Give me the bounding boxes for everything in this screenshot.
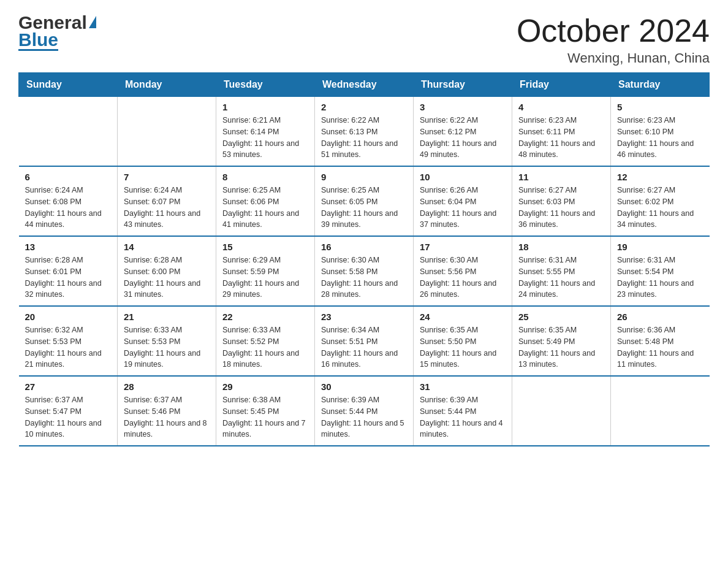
calendar-cell: 31Sunrise: 6:39 AMSunset: 5:44 PMDayligh…: [414, 376, 512, 446]
header-monday: Monday: [118, 73, 216, 97]
calendar-cell: 12Sunrise: 6:27 AMSunset: 6:02 PMDayligh…: [611, 166, 710, 236]
day-number: 21: [124, 312, 210, 322]
day-info: Sunrise: 6:36 AMSunset: 5:48 PMDaylight:…: [617, 324, 703, 370]
day-info: Sunrise: 6:23 AMSunset: 6:10 PMDaylight:…: [617, 115, 703, 161]
day-number: 19: [617, 242, 703, 252]
day-number: 13: [25, 242, 112, 252]
day-info: Sunrise: 6:24 AMSunset: 6:08 PMDaylight:…: [25, 185, 112, 231]
day-number: 16: [321, 242, 407, 252]
day-number: 18: [518, 242, 604, 252]
calendar-cell: 5Sunrise: 6:23 AMSunset: 6:10 PMDaylight…: [611, 97, 710, 167]
calendar-week-2: 6Sunrise: 6:24 AMSunset: 6:08 PMDaylight…: [19, 166, 710, 236]
calendar-cell: 30Sunrise: 6:39 AMSunset: 5:44 PMDayligh…: [315, 376, 414, 446]
calendar-cell: 19Sunrise: 6:31 AMSunset: 5:54 PMDayligh…: [611, 236, 710, 306]
calendar-cell: 10Sunrise: 6:26 AMSunset: 6:04 PMDayligh…: [414, 166, 512, 236]
calendar-cell: 9Sunrise: 6:25 AMSunset: 6:05 PMDaylight…: [315, 166, 414, 236]
title-section: October 2024 Wenxing, Hunan, China: [517, 12, 710, 66]
logo: General Blue: [18, 12, 96, 51]
calendar-cell: 26Sunrise: 6:36 AMSunset: 5:48 PMDayligh…: [611, 306, 710, 376]
day-number: 3: [420, 102, 506, 112]
day-number: 2: [321, 102, 407, 112]
day-info: Sunrise: 6:37 AMSunset: 5:47 PMDaylight:…: [25, 394, 112, 440]
day-number: 1: [222, 102, 308, 112]
day-number: 12: [617, 172, 703, 182]
calendar-cell: 4Sunrise: 6:23 AMSunset: 6:11 PMDaylight…: [512, 97, 611, 167]
day-info: Sunrise: 6:37 AMSunset: 5:46 PMDaylight:…: [124, 394, 210, 440]
header-saturday: Saturday: [611, 73, 710, 97]
location-title: Wenxing, Hunan, China: [517, 50, 710, 66]
calendar-cell: 29Sunrise: 6:38 AMSunset: 5:45 PMDayligh…: [216, 376, 315, 446]
day-info: Sunrise: 6:38 AMSunset: 5:45 PMDaylight:…: [222, 394, 308, 440]
calendar-cell: 18Sunrise: 6:31 AMSunset: 5:55 PMDayligh…: [512, 236, 611, 306]
header-wednesday: Wednesday: [315, 73, 414, 97]
day-info: Sunrise: 6:22 AMSunset: 6:13 PMDaylight:…: [321, 115, 407, 161]
header-tuesday: Tuesday: [216, 73, 315, 97]
day-info: Sunrise: 6:32 AMSunset: 5:53 PMDaylight:…: [25, 324, 112, 370]
day-number: 30: [321, 381, 407, 392]
day-number: 31: [420, 381, 506, 392]
calendar-cell: [118, 97, 216, 167]
header-friday: Friday: [512, 73, 611, 97]
day-info: Sunrise: 6:34 AMSunset: 5:51 PMDaylight:…: [321, 324, 407, 370]
logo-arrow-icon: [89, 16, 96, 28]
day-number: 20: [25, 312, 112, 322]
calendar-cell: 28Sunrise: 6:37 AMSunset: 5:46 PMDayligh…: [118, 376, 216, 446]
day-number: 9: [321, 172, 407, 182]
calendar-cell: 25Sunrise: 6:35 AMSunset: 5:49 PMDayligh…: [512, 306, 611, 376]
day-number: 23: [321, 312, 407, 322]
day-info: Sunrise: 6:29 AMSunset: 5:59 PMDaylight:…: [222, 255, 308, 301]
calendar-cell: [512, 376, 611, 446]
day-info: Sunrise: 6:33 AMSunset: 5:52 PMDaylight:…: [222, 324, 308, 370]
day-info: Sunrise: 6:31 AMSunset: 5:54 PMDaylight:…: [617, 255, 703, 301]
day-number: 24: [420, 312, 506, 322]
day-info: Sunrise: 6:23 AMSunset: 6:11 PMDaylight:…: [518, 115, 604, 161]
calendar-week-1: 1Sunrise: 6:21 AMSunset: 6:14 PMDaylight…: [19, 97, 710, 167]
day-info: Sunrise: 6:35 AMSunset: 5:49 PMDaylight:…: [518, 324, 604, 370]
day-number: 10: [420, 172, 506, 182]
day-number: 25: [518, 312, 604, 322]
day-info: Sunrise: 6:27 AMSunset: 6:02 PMDaylight:…: [617, 185, 703, 231]
day-number: 8: [222, 172, 308, 182]
day-info: Sunrise: 6:28 AMSunset: 6:00 PMDaylight:…: [124, 255, 210, 301]
day-number: 22: [222, 312, 308, 322]
calendar-cell: 16Sunrise: 6:30 AMSunset: 5:58 PMDayligh…: [315, 236, 414, 306]
calendar-cell: 8Sunrise: 6:25 AMSunset: 6:06 PMDaylight…: [216, 166, 315, 236]
header-thursday: Thursday: [414, 73, 512, 97]
calendar-cell: 11Sunrise: 6:27 AMSunset: 6:03 PMDayligh…: [512, 166, 611, 236]
header-sunday: Sunday: [19, 73, 118, 97]
day-number: 17: [420, 242, 506, 252]
calendar-cell: 22Sunrise: 6:33 AMSunset: 5:52 PMDayligh…: [216, 306, 315, 376]
calendar-week-3: 13Sunrise: 6:28 AMSunset: 6:01 PMDayligh…: [19, 236, 710, 306]
month-year-title: October 2024: [517, 12, 710, 49]
day-number: 11: [518, 172, 604, 182]
day-info: Sunrise: 6:30 AMSunset: 5:58 PMDaylight:…: [321, 255, 407, 301]
day-info: Sunrise: 6:39 AMSunset: 5:44 PMDaylight:…: [420, 394, 506, 440]
logo-blue-text: Blue: [18, 31, 58, 49]
day-info: Sunrise: 6:25 AMSunset: 6:05 PMDaylight:…: [321, 185, 407, 231]
calendar-cell: 13Sunrise: 6:28 AMSunset: 6:01 PMDayligh…: [19, 236, 118, 306]
day-info: Sunrise: 6:26 AMSunset: 6:04 PMDaylight:…: [420, 185, 506, 231]
day-info: Sunrise: 6:31 AMSunset: 5:55 PMDaylight:…: [518, 255, 604, 301]
page-header: General Blue October 2024 Wenxing, Hunan…: [18, 12, 710, 66]
day-info: Sunrise: 6:24 AMSunset: 6:07 PMDaylight:…: [124, 185, 210, 231]
logo-underline: [18, 49, 58, 51]
day-number: 5: [617, 102, 703, 112]
day-number: 14: [124, 242, 210, 252]
day-number: 7: [124, 172, 210, 182]
calendar-cell: [19, 97, 118, 167]
day-info: Sunrise: 6:22 AMSunset: 6:12 PMDaylight:…: [420, 115, 506, 161]
calendar-cell: [611, 376, 710, 446]
calendar-cell: 15Sunrise: 6:29 AMSunset: 5:59 PMDayligh…: [216, 236, 315, 306]
day-number: 6: [25, 172, 112, 182]
calendar-cell: 21Sunrise: 6:33 AMSunset: 5:53 PMDayligh…: [118, 306, 216, 376]
calendar-cell: 27Sunrise: 6:37 AMSunset: 5:47 PMDayligh…: [19, 376, 118, 446]
calendar-week-5: 27Sunrise: 6:37 AMSunset: 5:47 PMDayligh…: [19, 376, 710, 446]
calendar-cell: 20Sunrise: 6:32 AMSunset: 5:53 PMDayligh…: [19, 306, 118, 376]
day-info: Sunrise: 6:27 AMSunset: 6:03 PMDaylight:…: [518, 185, 604, 231]
calendar-cell: 24Sunrise: 6:35 AMSunset: 5:50 PMDayligh…: [414, 306, 512, 376]
calendar-cell: 14Sunrise: 6:28 AMSunset: 6:00 PMDayligh…: [118, 236, 216, 306]
day-number: 26: [617, 312, 703, 322]
calendar-cell: 23Sunrise: 6:34 AMSunset: 5:51 PMDayligh…: [315, 306, 414, 376]
day-info: Sunrise: 6:28 AMSunset: 6:01 PMDaylight:…: [25, 255, 112, 301]
calendar-cell: 6Sunrise: 6:24 AMSunset: 6:08 PMDaylight…: [19, 166, 118, 236]
